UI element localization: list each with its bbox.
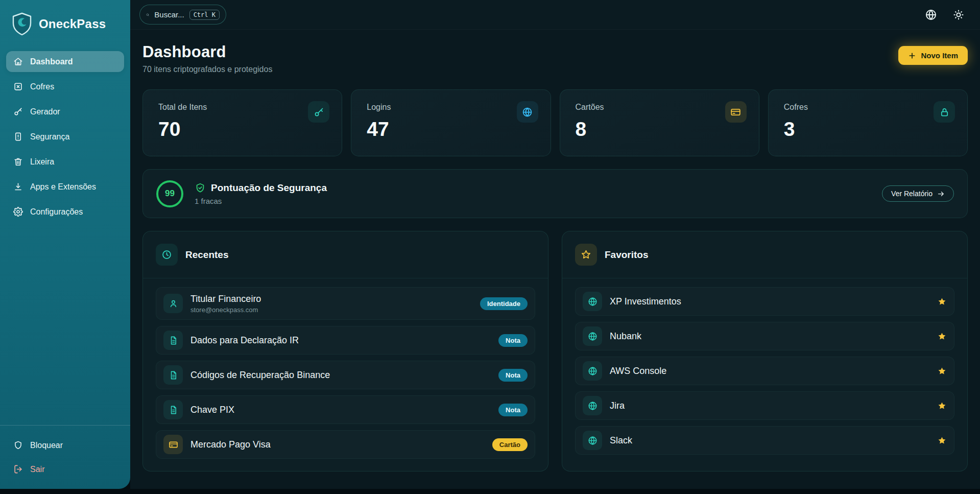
stat-value: 3	[784, 118, 952, 140]
list-item-favorite[interactable]: Jira	[575, 391, 954, 420]
logout-label: Sair	[30, 465, 44, 474]
search-icon	[146, 11, 149, 19]
sidebar-item-cofres[interactable]: Cofres	[6, 76, 124, 97]
list-item-recent[interactable]: Dados para Declaração IR Nota	[156, 326, 535, 355]
app-window: OneckPass Dashboard Cofres Gerador Segur…	[0, 0, 980, 489]
stats-row: Total de Itens 70 Logins 47 Cartões	[142, 89, 968, 156]
list-item-favorite[interactable]: Nubank	[575, 322, 954, 350]
stat-label: Cofres	[784, 103, 952, 112]
page-header: Dashboard 70 itens criptografados e prot…	[142, 43, 968, 74]
search-input[interactable]: Buscar... Ctrl K	[139, 5, 226, 25]
favorite-star-icon[interactable]	[937, 436, 947, 445]
list-item-recent[interactable]: Titular Financeiro store@oneckpass.com I…	[156, 287, 535, 320]
item-type-badge: Nota	[498, 334, 528, 347]
globe-icon	[583, 431, 602, 450]
sidebar-item-configuracoes[interactable]: Configurações	[6, 201, 124, 222]
language-button[interactable]	[925, 9, 937, 21]
globe-icon	[583, 396, 602, 415]
globe-icon	[925, 9, 937, 21]
security-score-panel: 99 Pontuação de Segurança 1 fracas Ver R…	[142, 169, 968, 218]
globe-icon	[517, 101, 538, 123]
item-title: Mercado Pago Visa	[190, 439, 271, 450]
search-placeholder: Buscar...	[154, 10, 184, 19]
sun-icon	[952, 9, 965, 21]
note-icon	[163, 331, 183, 350]
home-icon	[13, 57, 23, 66]
security-score-subtitle: 1 fracas	[195, 197, 327, 205]
note-icon	[163, 400, 183, 419]
plus-icon	[908, 52, 916, 60]
sidebar-item-apps-extensoes[interactable]: Apps e Extensões	[6, 176, 124, 197]
sidebar-item-label: Gerador	[30, 107, 60, 116]
stat-card-total-itens[interactable]: Total de Itens 70	[142, 89, 342, 156]
shield-logo-icon	[11, 12, 33, 36]
list-item-favorite[interactable]: Slack	[575, 426, 954, 455]
sidebar-item-label: Cofres	[30, 82, 54, 91]
sidebar-item-label: Dashboard	[30, 57, 73, 66]
logout-button[interactable]: Sair	[6, 459, 124, 480]
sidebar: OneckPass Dashboard Cofres Gerador Segur…	[0, 0, 130, 489]
view-report-button[interactable]: Ver Relatório	[882, 185, 954, 202]
stat-value: 8	[576, 118, 744, 140]
trash-icon	[13, 157, 23, 167]
stat-card-logins[interactable]: Logins 47	[351, 89, 551, 156]
lock-app-label: Bloquear	[30, 441, 63, 450]
favorite-star-icon[interactable]	[937, 297, 947, 307]
favorite-name: Slack	[610, 435, 632, 446]
bottom-panels: Recentes Titular Financeiro store@oneckp…	[142, 231, 968, 472]
list-item-favorite[interactable]: AWS Console	[575, 357, 954, 385]
sidebar-item-label: Apps e Extensões	[30, 182, 96, 192]
recents-header: Recentes	[143, 231, 548, 278]
recents-title: Recentes	[185, 249, 229, 261]
logout-icon	[13, 464, 23, 474]
stat-value: 70	[158, 118, 326, 140]
list-item-recent[interactable]: Mercado Pago Visa Cartão	[156, 430, 535, 459]
list-item-recent[interactable]: Chave PIX Nota	[156, 395, 535, 424]
favorites-panel: Favoritos XP Investimentos	[562, 231, 968, 472]
sidebar-item-gerador[interactable]: Gerador	[6, 101, 124, 122]
credit-card-icon	[725, 101, 747, 123]
item-title: Dados para Declaração IR	[190, 335, 299, 346]
favorite-star-icon[interactable]	[937, 366, 947, 376]
favorite-star-icon[interactable]	[937, 401, 947, 411]
sidebar-item-dashboard[interactable]: Dashboard	[6, 51, 124, 72]
sidebar-spacer	[0, 222, 130, 425]
app-name: OneckPass	[39, 17, 106, 31]
recents-panel: Recentes Titular Financeiro store@oneckp…	[142, 231, 548, 472]
stat-card-cartoes[interactable]: Cartões 8	[560, 89, 759, 156]
theme-toggle-button[interactable]	[952, 9, 965, 21]
lock-app-button[interactable]: Bloquear	[6, 435, 124, 456]
view-report-label: Ver Relatório	[891, 190, 933, 198]
key-icon	[308, 101, 329, 123]
security-score-title: Pontuação de Segurança	[211, 182, 327, 194]
globe-icon	[583, 292, 602, 311]
page-header-text: Dashboard 70 itens criptografados e prot…	[142, 43, 272, 74]
credit-card-icon	[163, 435, 183, 454]
list-item-favorite[interactable]: XP Investimentos	[575, 287, 954, 316]
sidebar-item-label: Configurações	[30, 207, 83, 217]
download-icon	[13, 182, 23, 192]
sidebar-item-lixeira[interactable]: Lixeira	[6, 151, 124, 172]
sidebar-item-seguranca[interactable]: Segurança	[6, 126, 124, 147]
list-item-recent[interactable]: Códigos de Recuperação Binance Nota	[156, 361, 535, 389]
favorite-name: Nubank	[610, 331, 641, 342]
favorite-name: Jira	[610, 401, 625, 411]
item-type-badge: Nota	[498, 404, 528, 416]
favorite-star-icon[interactable]	[937, 332, 947, 341]
stat-card-cofres[interactable]: Cofres 3	[768, 89, 968, 156]
lock-icon	[934, 101, 955, 123]
favorites-title: Favoritos	[605, 249, 649, 261]
item-type-badge: Cartão	[492, 438, 528, 451]
stat-label: Cartões	[576, 103, 744, 112]
recents-list: Titular Financeiro store@oneckpass.com I…	[143, 278, 548, 459]
stat-label: Total de Itens	[158, 103, 326, 112]
topbar: Buscar... Ctrl K	[130, 0, 980, 30]
topbar-actions	[925, 9, 965, 21]
sidebar-item-label: Segurança	[30, 132, 69, 142]
favorites-header: Favoritos	[562, 231, 967, 278]
vault-icon	[13, 82, 23, 91]
shield-icon	[13, 440, 23, 450]
stat-value: 47	[367, 118, 535, 140]
new-item-button[interactable]: Novo Item	[898, 46, 968, 65]
stat-label: Logins	[367, 103, 535, 112]
